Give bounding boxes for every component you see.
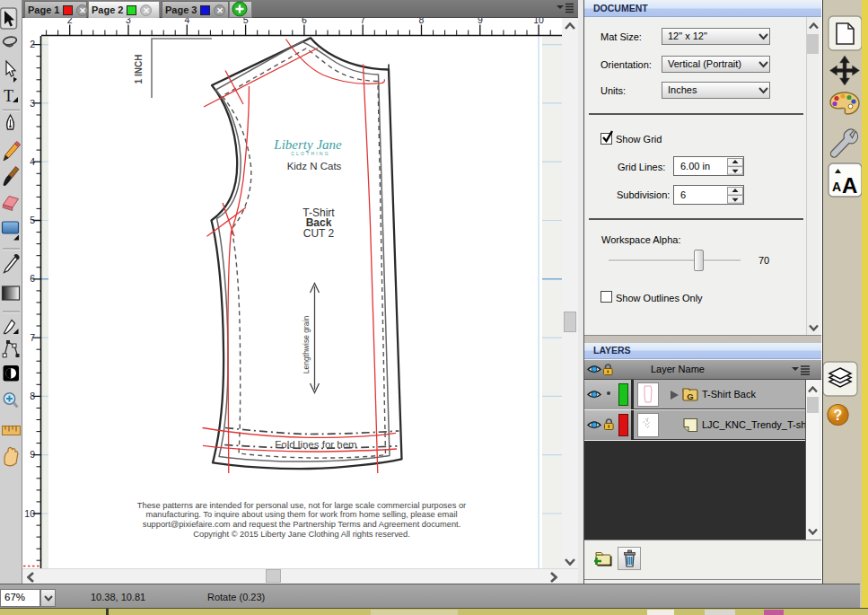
svg-text:?: ? [834,408,843,423]
svg-text:4: 4 [184,18,189,25]
svg-text:10: 10 [533,18,544,25]
svg-text:2: 2 [67,18,73,25]
svg-text:7: 7 [360,18,365,25]
svg-text:3: 3 [126,18,131,25]
svg-text:5: 5 [243,18,249,25]
svg-text:Fold lines for hem: Fold lines for hem [275,439,356,450]
svg-text:These patterns are intended fo: These patterns are intended for personal… [137,501,466,510]
svg-text:manufacturing. To inquire abou: manufacturing. To inquire about using th… [145,510,457,519]
svg-text:3: 3 [30,98,35,109]
svg-text:Kidz N Cats: Kidz N Cats [287,161,342,171]
svg-text:Copyright © 2015 Liberty Jane: Copyright © 2015 Liberty Jane Clothing A… [193,530,409,539]
svg-text:CLOTHING: CLOTHING [291,151,329,156]
svg-text:8: 8 [30,391,35,401]
svg-text:8: 8 [419,18,425,25]
svg-text:1 INCH: 1 INCH [134,55,144,84]
svg-text:7: 7 [30,332,35,343]
svg-text:G: G [687,391,693,401]
svg-text:support@pixiefaire.com and req: support@pixiefaire.com and request the P… [143,520,460,529]
svg-text:A: A [842,173,857,198]
svg-text:Lengthwise grain: Lengthwise grain [302,316,311,374]
svg-text:9: 9 [30,449,35,460]
svg-text:6: 6 [30,273,35,284]
svg-text:A: A [832,180,841,194]
svg-text:6: 6 [302,18,307,25]
svg-text:10: 10 [24,508,35,519]
svg-text:2: 2 [30,39,35,49]
svg-text:T: T [4,87,13,105]
svg-text:5: 5 [30,215,35,225]
svg-text:9: 9 [478,18,483,25]
svg-text:4: 4 [30,156,35,167]
svg-text:CUT 2: CUT 2 [303,227,335,240]
